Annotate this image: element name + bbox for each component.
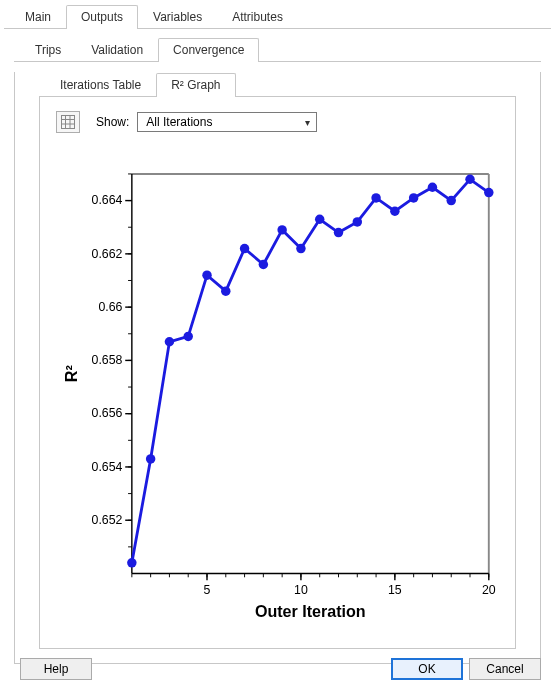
- svg-point-85: [484, 188, 493, 197]
- mid-tabstrip: Trips Validation Convergence: [14, 37, 541, 62]
- inner-tabstrip: Iterations Table R² Graph: [39, 72, 516, 97]
- show-label: Show:: [96, 115, 129, 129]
- grid-toggle-button[interactable]: [56, 111, 80, 133]
- svg-text:0.652: 0.652: [92, 513, 123, 527]
- svg-point-84: [465, 175, 474, 184]
- svg-point-80: [390, 207, 399, 216]
- svg-point-66: [127, 558, 136, 567]
- svg-point-78: [353, 217, 362, 226]
- svg-text:20: 20: [482, 583, 496, 597]
- outer-tabstrip: Main Outputs Variables Attributes: [4, 4, 551, 29]
- svg-rect-0: [62, 116, 75, 129]
- svg-point-79: [371, 193, 380, 202]
- dialog-footer: Help OK Cancel: [0, 652, 555, 686]
- tab-variables[interactable]: Variables: [138, 5, 217, 29]
- tab-validation[interactable]: Validation: [76, 38, 158, 62]
- convergence-panel: Iterations Table R² Graph Show: All Iter…: [14, 72, 541, 664]
- svg-point-71: [221, 286, 230, 295]
- svg-point-83: [446, 196, 455, 205]
- svg-text:5: 5: [204, 583, 211, 597]
- tab-trips[interactable]: Trips: [20, 38, 76, 62]
- svg-point-69: [183, 332, 192, 341]
- svg-point-75: [296, 244, 305, 253]
- svg-text:0.656: 0.656: [92, 406, 123, 420]
- svg-point-67: [146, 454, 155, 463]
- ok-button[interactable]: OK: [391, 658, 463, 680]
- svg-text:0.664: 0.664: [92, 193, 123, 207]
- svg-point-72: [240, 244, 249, 253]
- svg-point-68: [165, 337, 174, 346]
- chart-controls: Show: All Iterations ▾: [40, 97, 515, 139]
- tab-convergence[interactable]: Convergence: [158, 38, 259, 62]
- svg-point-70: [202, 270, 211, 279]
- svg-text:0.66: 0.66: [98, 300, 122, 314]
- y-axis-label: R²: [62, 365, 80, 383]
- r2-chart: 0.6520.6540.6560.6580.660.6620.664510152…: [58, 151, 503, 640]
- svg-text:15: 15: [388, 583, 402, 597]
- svg-point-77: [334, 228, 343, 237]
- show-combobox-value: All Iterations: [146, 115, 212, 129]
- r2-graph-panel: Show: All Iterations ▾ 0.6520.6540.6560.…: [39, 97, 516, 649]
- chevron-down-icon: ▾: [305, 117, 310, 128]
- tab-r2-graph[interactable]: R² Graph: [156, 73, 235, 97]
- svg-point-74: [277, 225, 286, 234]
- cancel-button[interactable]: Cancel: [469, 658, 541, 680]
- grid-icon: [61, 115, 75, 129]
- help-button[interactable]: Help: [20, 658, 92, 680]
- svg-point-76: [315, 214, 324, 223]
- tab-iterations-table[interactable]: Iterations Table: [45, 73, 156, 97]
- tab-attributes[interactable]: Attributes: [217, 5, 298, 29]
- svg-point-73: [259, 260, 268, 269]
- svg-point-81: [409, 193, 418, 202]
- svg-text:0.662: 0.662: [92, 247, 123, 261]
- svg-text:10: 10: [294, 583, 308, 597]
- svg-text:0.654: 0.654: [92, 460, 123, 474]
- show-combobox[interactable]: All Iterations ▾: [137, 112, 317, 132]
- svg-text:0.658: 0.658: [92, 353, 123, 367]
- x-axis-label: Outer Iteration: [255, 602, 366, 620]
- svg-point-82: [428, 183, 437, 192]
- tab-outputs[interactable]: Outputs: [66, 5, 138, 29]
- tab-main[interactable]: Main: [10, 5, 66, 29]
